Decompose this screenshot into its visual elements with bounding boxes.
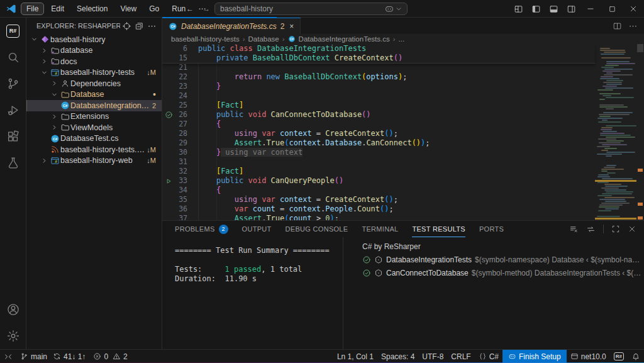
tree-item-viewmodels[interactable]: ViewModels [26, 122, 162, 133]
layout-left-icon[interactable] [527, 0, 545, 18]
menu-view[interactable]: View [114, 3, 142, 15]
panel-tab-terminal[interactable]: TERMINAL [362, 221, 398, 237]
code-line-31[interactable]: 31 [162, 157, 595, 167]
indentation[interactable]: Spaces: 4 [377, 350, 418, 363]
code-line-24[interactable]: 24 [162, 91, 595, 101]
test-result-canconnecttodatabase[interactable]: CanConnectToDatabase$(symbol-method) Dat… [343, 266, 644, 279]
code-line-32[interactable]: 32 [Fact] [162, 167, 595, 176]
breadcrumb-item[interactable]: ... [399, 35, 405, 43]
problems-item[interactable]: 0 2 [89, 350, 131, 363]
code-line-27[interactable]: 27 { [162, 120, 595, 129]
code-line-22[interactable]: 22 return new BaseballDbContext(options)… [162, 72, 595, 82]
branch-item[interactable]: main 41↓ 1↑ [16, 350, 89, 363]
test-result-databaseintegrationtests[interactable]: DatabaseIntegrationTests$(symbol-namespa… [343, 253, 644, 266]
settings-gear-icon[interactable] [0, 323, 26, 349]
chevron-down-icon[interactable] [394, 4, 403, 13]
copilot-icon[interactable] [384, 4, 394, 14]
finish-setup-button[interactable]: Finish Setup [502, 350, 567, 363]
breadcrumb-item[interactable]: baseball-history-tests [171, 35, 240, 43]
menu-edit[interactable]: Edit [45, 3, 70, 15]
collapse-all-icon[interactable] [133, 20, 145, 32]
back-icon[interactable]: ← [186, 4, 194, 13]
breadcrumb-item[interactable]: Database [248, 35, 279, 43]
more-icon[interactable] [145, 20, 158, 32]
resharper-status-item[interactable]: R# [610, 350, 628, 363]
code-line-37[interactable]: 37 Assert.True(count > 0); [162, 214, 595, 220]
test-passed-icon[interactable] [162, 110, 175, 120]
code-line-28[interactable]: 28 using var context = CreateContext(); [162, 129, 595, 138]
cursor-position[interactable]: Ln 1, Col 1 [333, 350, 377, 363]
code-line-33[interactable]: 33 public void CanQueryPeople() [162, 176, 595, 186]
layout-right-icon[interactable] [562, 0, 580, 18]
locate-icon[interactable] [120, 20, 133, 32]
command-center[interactable]: baseball-history [214, 3, 408, 15]
close-panel-icon[interactable] [628, 225, 636, 233]
tree-item-baseball-history-tests-csproj[interactable]: baseball-history-tests.csproj↓M [26, 144, 162, 155]
panel-tab-output[interactable]: OUTPUT [242, 221, 272, 237]
layout-bottom-icon[interactable] [545, 0, 562, 18]
code-line-30[interactable]: 30 } using var context [162, 148, 595, 157]
code-line-35[interactable]: 35 using var context = CreateContext(); [162, 195, 595, 204]
line-number: 33 [175, 176, 187, 186]
run-test-icon[interactable] [162, 176, 175, 186]
swap-icon[interactable] [586, 225, 596, 234]
account-icon[interactable] [0, 296, 26, 323]
code-line-34[interactable]: 34 { [162, 186, 595, 195]
panel-tab-problems[interactable]: PROBLEMS2 [175, 221, 228, 237]
clear-output-icon[interactable] [569, 225, 579, 234]
code-line-15[interactable]: 15 private BaseballDbContext CreateConte… [162, 53, 595, 63]
activity-testing-icon[interactable] [0, 150, 26, 176]
maximize-icon[interactable] [601, 0, 623, 18]
tree-item-baseball-history-tests[interactable]: #baseball-history-tests↓M [26, 67, 162, 79]
minimap[interactable] [595, 44, 636, 220]
menu-file[interactable]: File [21, 3, 44, 15]
activity-resharper-icon[interactable]: R# [0, 18, 26, 44]
editor-more-icon[interactable] [628, 21, 638, 31]
tab-databaseintegrationtests[interactable]: C# DatabaseIntegrationTests.cs 2 × [162, 18, 301, 34]
scrollbar-slider[interactable] [637, 44, 643, 52]
activity-extensions-icon[interactable] [0, 123, 26, 150]
breadcrumb-item[interactable]: DatabaseIntegrationTests.cs [299, 35, 390, 43]
notifications-item[interactable] [628, 350, 644, 363]
forward-icon[interactable]: → [203, 4, 210, 13]
tree-item-database[interactable]: Database• [26, 89, 162, 101]
code-line-26[interactable]: 26 public void CanConnectToDatabase() [162, 110, 595, 120]
code-line-29[interactable]: 29 Assert.True(context.Database.CanConne… [162, 138, 595, 148]
code-line-36[interactable]: 36 var count = context.People.Count(); [162, 204, 595, 214]
tree-item-dependencies[interactable]: Dependencies [26, 78, 162, 89]
expand-panel-icon[interactable] [611, 225, 620, 233]
split-editor-icon[interactable] [613, 21, 622, 31]
code-line-6[interactable]: 6public class DatabaseIntegrationTests [162, 44, 595, 53]
minimize-icon[interactable] [580, 0, 601, 18]
code-line-23[interactable]: 23 } [162, 82, 595, 91]
code-editor[interactable]: 2122 return new BaseballDbContext(option… [162, 44, 644, 220]
tree-item-databaseintegrationtests-cs[interactable]: C#DatabaseIntegrationTests.cs2 [26, 100, 162, 111]
close-icon[interactable] [623, 0, 644, 18]
layout-grid-icon[interactable] [509, 0, 527, 18]
tree-item-database[interactable]: database [26, 45, 162, 57]
editor-scrollbar[interactable] [636, 44, 644, 220]
language-mode[interactable]: C# [475, 350, 502, 363]
tab-close-icon[interactable]: × [289, 22, 294, 31]
runtime-item[interactable]: net10.0 [567, 350, 610, 363]
code-line-25[interactable]: 25 [Fact] [162, 101, 595, 110]
activity-run-debug-icon[interactable] [0, 97, 26, 123]
tree-item-databasetest-cs[interactable]: C#DatabaseTest.cs [26, 133, 162, 145]
tree-item-baseball-history-web[interactable]: #baseball-history-web↓M [26, 155, 162, 167]
explorer-sidebar: EXPLORER: RESHARPER SOLUTI... baseball-h… [26, 18, 162, 349]
tree-item-docs[interactable]: docs [26, 56, 162, 67]
panel-tab-test-results[interactable]: TEST RESULTS [412, 221, 465, 237]
tree-item-extensions[interactable]: Extensions [26, 111, 162, 123]
activity-source-control-icon[interactable] [0, 70, 26, 97]
code-line-21[interactable]: 21 [162, 63, 595, 72]
remote-indicator[interactable] [0, 350, 16, 363]
test-provider-row[interactable]: C# by ReSharper [343, 240, 644, 253]
eol-sequence[interactable]: CRLF [447, 350, 474, 363]
panel-tab-ports[interactable]: PORTS [479, 221, 504, 237]
encoding[interactable]: UTF-8 [418, 350, 447, 363]
activity-search-icon[interactable] [0, 44, 26, 70]
menu-selection[interactable]: Selection [71, 3, 113, 15]
panel-tab-debug-console[interactable]: DEBUG CONSOLE [286, 221, 348, 237]
tree-item-baseball-history[interactable]: baseball-history [26, 34, 162, 45]
menu-go[interactable]: Go [143, 3, 165, 15]
